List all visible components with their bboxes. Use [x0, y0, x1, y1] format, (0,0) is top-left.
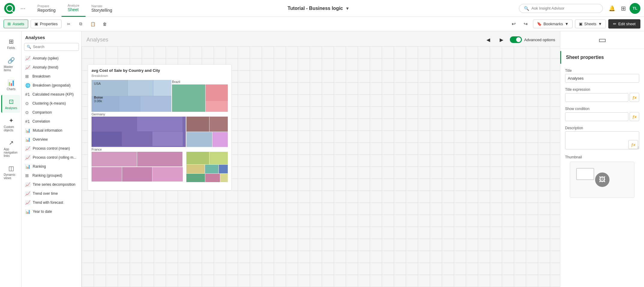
paste-button[interactable]: 📋 — [88, 19, 98, 29]
list-item[interactable]: 📊 Ranking — [22, 162, 81, 171]
user-avatar[interactable]: TL — [630, 3, 640, 14]
list-item[interactable]: 📈 Anomaly (spike) — [22, 54, 81, 63]
nav-analyze[interactable]: Analyze Sheet — [62, 0, 85, 17]
apps-grid-icon[interactable]: ⊞ — [621, 5, 626, 12]
more-options-icon[interactable]: ··· — [20, 5, 26, 12]
title-input[interactable] — [565, 74, 639, 83]
analysis-item-label: Trend over time — [33, 191, 58, 196]
list-item[interactable]: 📈 Trend with forecast — [22, 198, 81, 207]
insight-advisor-search[interactable]: 🔍 — [519, 4, 603, 13]
dynamic-views-label: Dynamic views — [4, 173, 19, 180]
sheets-icon: ▣ — [579, 22, 582, 26]
bookmarks-button[interactable]: 🔖 Bookmarks ▼ — [533, 20, 573, 28]
thumbnail-upload-button[interactable]: 🖼 — [595, 173, 609, 187]
show-condition-input[interactable] — [565, 112, 628, 121]
list-item[interactable]: ⊙ Clustering (k-means) — [22, 99, 81, 108]
list-item[interactable]: 📈 Time series decomposition — [22, 180, 81, 189]
analysis-item-label: Overview — [33, 137, 48, 142]
list-item[interactable]: #1 Correlation — [22, 117, 81, 126]
master-items-icon: 🔗 — [8, 57, 15, 64]
delete-button[interactable]: 🗑 — [100, 19, 110, 29]
list-item[interactable]: 📈 Process control (rolling m... — [22, 153, 81, 162]
nav-prepare[interactable]: Prepare Reporting — [32, 0, 62, 17]
thumbnail-field: Thumbnail 🖼 — [560, 153, 644, 203]
copy-button[interactable]: ⧉ — [76, 19, 86, 29]
description-input[interactable] — [565, 131, 639, 149]
sidebar-item-dynamic-views[interactable]: ◫ Dynamic views — [1, 162, 20, 183]
nav-narrate[interactable]: Narrate Storytelling — [86, 0, 118, 17]
title-field: Title — [560, 66, 644, 85]
sheet-toolbar: ⊞ Assets ▣ Properties ✂ ⧉ 📋 🗑 ↩ ↪ 🔖 Book… — [0, 17, 644, 31]
title-expr-row: ƒx — [565, 93, 639, 102]
next-analysis-button[interactable]: ▶ — [497, 35, 506, 44]
list-item[interactable]: #1 Calculated measure (KPI) — [22, 90, 81, 99]
list-item[interactable]: ⊞ Ranking (grouped) — [22, 171, 81, 180]
redo-button[interactable]: ↪ — [521, 19, 531, 29]
title-expr-input[interactable] — [565, 93, 628, 102]
title-expr-fx-button[interactable]: ƒx — [630, 93, 639, 102]
qlik-logo[interactable] — [4, 2, 16, 14]
advanced-options-label: Advanced options — [524, 38, 555, 42]
analysis-item-label: Process control (mean) — [33, 146, 70, 151]
france-label: France — [92, 148, 228, 152]
analyses-search-input[interactable] — [33, 45, 76, 49]
sidebar-item-master-items[interactable]: 🔗 Master items — [1, 54, 20, 75]
prev-analysis-button[interactable]: ◀ — [483, 35, 493, 44]
analysis-item-label: Year to date — [33, 209, 52, 214]
analyses-search-box[interactable]: 🔍 — [24, 43, 79, 51]
list-item[interactable]: 📊 Mutual information — [22, 126, 81, 135]
sidebar-item-app-nav[interactable]: ↗ App navigation links — [1, 136, 20, 160]
list-item[interactable]: ⊙ Comparison — [22, 108, 81, 117]
description-wrapper: ƒx — [565, 131, 639, 150]
cut-button[interactable]: ✂ — [64, 19, 74, 29]
usa-boise-cell: USA Boise 3.08k — [92, 80, 171, 112]
app-title-dropdown-icon[interactable]: ▼ — [345, 6, 350, 11]
app-title: Tutorial - Business logic ▼ — [118, 6, 519, 11]
analysis-type-icon: 📊 — [25, 209, 30, 214]
sheets-button[interactable]: ▣ Sheets ▼ — [575, 20, 606, 28]
list-item[interactable]: ⊞ Breakdown — [22, 72, 81, 81]
sidebar-item-charts[interactable]: 📊 Charts — [1, 76, 20, 94]
sheet-icon: ▭ — [598, 35, 606, 45]
list-item[interactable]: 📊 Year to date — [22, 207, 81, 216]
edit-sheet-button[interactable]: ✏ Edit sheet — [608, 19, 640, 29]
france-right — [186, 152, 228, 182]
analysis-item-label: Process control (rolling m... — [33, 155, 76, 160]
title-expression-field: Title expression ƒx — [560, 85, 644, 104]
description-fx-button[interactable]: ƒx — [628, 140, 638, 149]
analysis-item-label: Time series decomposition — [33, 182, 75, 187]
show-condition-label: Show condition — [565, 107, 639, 111]
notifications-button[interactable]: 🔔 — [606, 3, 617, 14]
advanced-options-switch[interactable] — [510, 36, 522, 43]
analyses-label: Analyses — [5, 106, 17, 110]
properties-button[interactable]: ▣ Properties — [31, 20, 62, 28]
analysis-type-icon: 📈 — [25, 200, 30, 205]
canvas-area: Analyses ◀ ▶ Advanced options avg Cost o… — [82, 31, 560, 287]
assets-button[interactable]: ⊞ Assets — [4, 20, 28, 28]
list-item[interactable]: 📈 Trend over time — [22, 189, 81, 198]
list-item[interactable]: 📈 Process control (mean) — [22, 144, 81, 153]
undo-button[interactable]: ↩ — [509, 19, 519, 29]
prepare-label: Prepare — [38, 4, 56, 8]
app-nav-icon: ↗ — [9, 139, 14, 146]
analysis-type-icon: 📈 — [25, 56, 30, 61]
sheets-dropdown-icon: ▼ — [598, 22, 602, 26]
sidebar-item-analyses[interactable]: ⊡ Analyses — [1, 95, 20, 113]
show-condition-row: ƒx — [565, 112, 639, 121]
properties-label: Properties — [40, 22, 58, 26]
list-item[interactable]: 📈 Anomaly (trend) — [22, 63, 81, 72]
list-item[interactable]: 📊 Overview — [22, 135, 81, 144]
list-item[interactable]: 🌐 Breakdown (geospatial) — [22, 81, 81, 90]
assets-label: Assets — [13, 22, 24, 26]
show-condition-fx-button[interactable]: ƒx — [630, 112, 639, 121]
bookmarks-label: Bookmarks — [543, 22, 563, 26]
search-input[interactable] — [531, 6, 598, 11]
sidebar-item-fields[interactable]: ⊞ Fields — [1, 35, 20, 53]
sidebar-item-custom-objects[interactable]: ✦ Custom objects — [1, 114, 20, 135]
analyze-sub: Sheet — [68, 7, 79, 12]
canvas-grid: avg Cost of Sale by Country and City Bre… — [82, 46, 560, 287]
narrate-label: Narrate — [92, 4, 112, 8]
germany-right — [186, 117, 228, 147]
charts-icon: 📊 — [8, 79, 15, 86]
analysis-item-label: Breakdown (geospatial) — [33, 83, 71, 87]
